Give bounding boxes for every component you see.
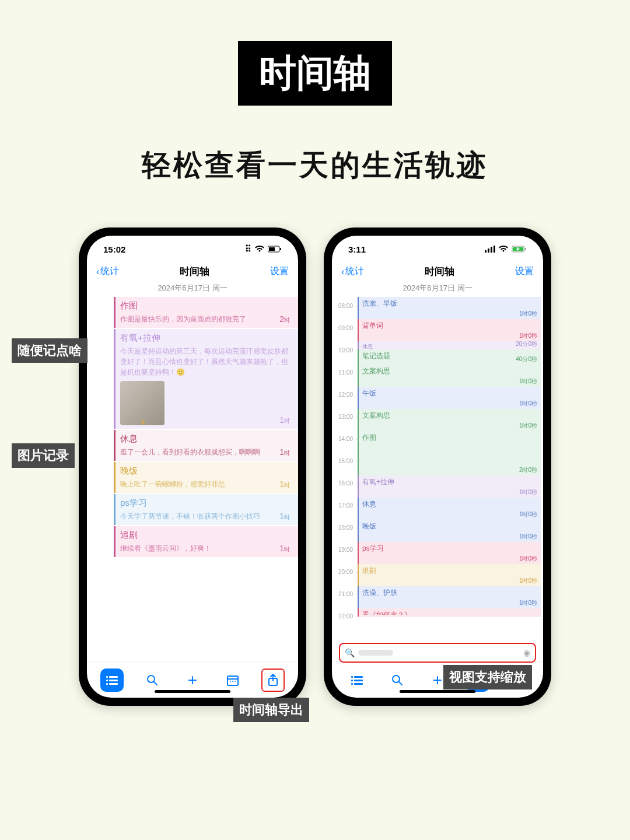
svg-rect-25 <box>354 676 363 678</box>
svg-rect-5 <box>106 680 108 681</box>
settings-button[interactable]: 设置 <box>270 265 289 278</box>
block-duration: 1时0秒 <box>519 599 537 607</box>
timeline-block[interactable]: 有氧+拉伸1时0秒 <box>358 475 541 498</box>
svg-rect-19 <box>491 247 492 253</box>
entry-duration: 1时 <box>279 544 290 554</box>
svg-rect-3 <box>106 676 108 678</box>
timeline-block[interactable]: 看《如何念？》 <box>358 608 541 617</box>
chevron-left-icon: ‹ <box>341 267 344 277</box>
status-bar: 15:02 ⠿ <box>87 236 298 262</box>
block-title: 笔记选题 <box>362 351 537 361</box>
wifi-icon <box>499 244 508 254</box>
svg-rect-6 <box>109 680 118 681</box>
block-duration: 1时0秒 <box>519 332 537 340</box>
timeline-block[interactable]: 背单词1时0秒 <box>358 319 541 341</box>
hour-label: 09:00 <box>334 325 353 331</box>
search-placeholder <box>358 650 393 656</box>
hour-label: 17:00 <box>334 502 353 509</box>
svg-rect-26 <box>351 680 353 681</box>
back-button[interactable]: ‹ 统计 <box>341 265 364 278</box>
timeline-entry[interactable]: 作图作图是最快乐的，因为前面难的都做完了2时 <box>114 297 298 328</box>
nav-title: 时间轴 <box>180 265 209 278</box>
timeline-entry[interactable]: 追剧继续看《墨雨云间》，好爽！1时 <box>114 526 298 557</box>
phone-right: 3:11 ‹ 统计 时间轴 <box>324 228 551 706</box>
timeline-block[interactable]: ps学习1时0秒 <box>358 542 541 564</box>
hour-label: 21:00 <box>334 591 353 597</box>
timeline-block[interactable]: 晚饭1时0秒 <box>358 520 541 542</box>
timeline-block[interactable]: 洗漱、早饭1时0秒 <box>358 297 541 319</box>
hour-label: 10:00 <box>334 347 353 354</box>
search-button[interactable] <box>386 668 409 692</box>
block-title: 文案构思 <box>362 411 537 421</box>
page-subtitle: 轻松查看一天的生活轨迹 <box>0 146 630 185</box>
entry-title: 有氧+拉伸 <box>120 332 291 344</box>
svg-rect-1 <box>269 247 275 251</box>
calendar-button[interactable] <box>221 668 244 692</box>
hour-label: 18:00 <box>334 524 353 531</box>
block-title: 文案构思 <box>362 366 537 376</box>
entry-duration: 1时 <box>279 447 290 457</box>
block-title: 看《如何念？》 <box>362 610 537 615</box>
callout-export: 时间轴导出 <box>233 698 309 722</box>
entry-title: 休息 <box>120 433 291 444</box>
search-button[interactable] <box>141 668 164 692</box>
share-export-button[interactable] <box>261 668 285 692</box>
entry-title: 作图 <box>120 300 291 312</box>
timeline-entry[interactable]: ps学习今天学了两节课，不错！收获两个作图小技巧1时 <box>114 494 298 525</box>
timeline-entry[interactable]: 休息逛了一会儿，看到好看的衣服就想买，啊啊啊1时 <box>114 430 298 461</box>
settings-button[interactable]: 设置 <box>515 265 534 278</box>
callout-photo: 图片记录 <box>12 443 75 468</box>
timeline-block[interactable]: 午饭1时0秒 <box>358 387 541 409</box>
status-bar: 3:11 <box>332 236 543 262</box>
timeline-block[interactable]: 文案构思1时0秒 <box>358 365 541 387</box>
clock: 15:02 <box>103 244 125 254</box>
entry-description: 今天是坚持运动的第三天，每次运动完流汗感觉皮肤都变好了！而且心情也变好了！虽然天… <box>120 346 291 377</box>
nav-title: 时间轴 <box>425 265 454 278</box>
block-title: 午饭 <box>362 388 537 398</box>
chevron-left-icon: ‹ <box>96 267 99 277</box>
timeline-entry[interactable]: 有氧+拉伸今天是坚持运动的第三天，每次运动完流汗感觉皮肤都变好了！而且心情也变好… <box>114 329 298 429</box>
search-bar[interactable]: 🔍 ◉ <box>339 643 536 663</box>
signal-icon: ⠿ <box>245 244 251 254</box>
timeline-block[interactable]: 休息1时0秒 <box>358 498 541 520</box>
timeline-block[interactable]: 笔记选题40分0秒 <box>358 349 541 365</box>
timeline-block[interactable]: 洗澡、护肤1时0秒 <box>358 586 541 608</box>
entry-duration: 2时 <box>279 314 290 324</box>
timeline-list[interactable]: 14:00作图作图是最快乐的，因为前面难的都做完了2时16:00有氧+拉伸今天是… <box>87 297 298 662</box>
list-view-button[interactable] <box>100 668 124 692</box>
block-duration: 20分0秒 <box>516 340 537 348</box>
timeline-block[interactable]: 文案构思1时0秒 <box>358 409 541 431</box>
block-title: 背单词 <box>362 321 537 331</box>
svg-point-14 <box>232 681 233 682</box>
svg-rect-17 <box>485 250 487 253</box>
signal-icon <box>485 244 495 254</box>
timeline-block[interactable]: 追剧1时0秒 <box>358 564 541 586</box>
hour-label: 13:00 <box>334 414 353 420</box>
hour-label: 08:00 <box>334 303 353 309</box>
entry-description: 今天学了两节课，不错！收获两个作图小技巧 <box>120 511 291 522</box>
clock-icon: ◉ <box>523 648 530 657</box>
home-indicator <box>400 690 475 693</box>
block-duration: 1时0秒 <box>519 422 537 430</box>
block-duration: 40分0秒 <box>516 355 537 363</box>
block-duration: 1时0秒 <box>519 488 537 496</box>
list-view-button[interactable] <box>345 668 369 692</box>
timeline-entry[interactable]: 晚饭晚上吃了一碗螺蛳粉，感觉好罪恶1时 <box>114 462 298 493</box>
block-duration: 1时0秒 <box>519 510 537 519</box>
svg-line-31 <box>399 682 402 685</box>
add-button[interactable]: + <box>181 668 204 692</box>
clock: 3:11 <box>348 244 366 254</box>
block-duration: 1时0秒 <box>519 400 537 408</box>
entry-title: 追剧 <box>120 530 291 541</box>
back-button[interactable]: ‹ 统计 <box>96 265 119 278</box>
hour-label: 16:00 <box>334 480 353 487</box>
block-title: 晚饭 <box>362 522 537 531</box>
entry-title: 晚饭 <box>120 466 291 477</box>
timeline-block[interactable]: 作图2时0秒 <box>358 431 541 475</box>
block-title: 有氧+拉伸 <box>362 477 537 487</box>
entry-photo[interactable]: 🐈 <box>120 381 164 425</box>
svg-rect-27 <box>354 680 363 681</box>
timeline-block[interactable]: 休息20分0秒 <box>358 341 541 349</box>
navigation-bar: ‹ 统计 时间轴 设置 <box>87 262 298 283</box>
timeline-grid[interactable]: 08:0009:0010:0011:0012:0013:0014:0015:00… <box>332 297 543 662</box>
